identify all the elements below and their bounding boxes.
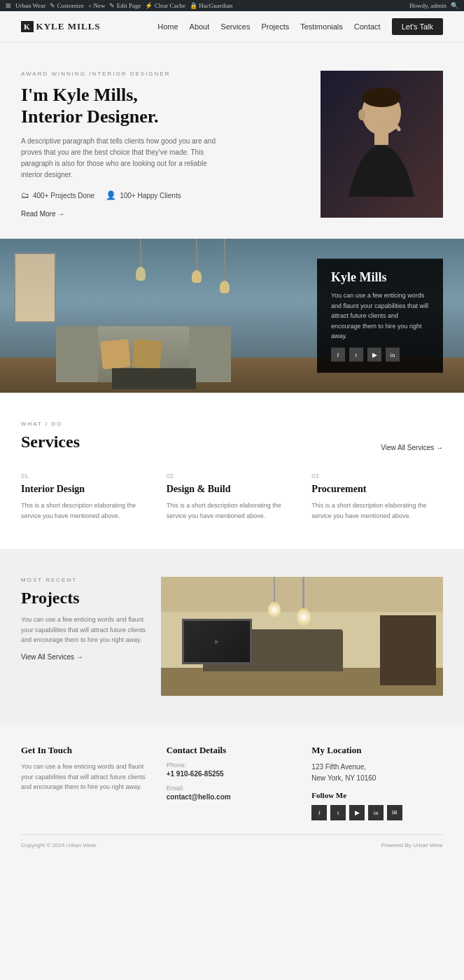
hero-stat-clients-text: 100+ Happy Clients [120, 192, 181, 200]
service-desc-3: This is a short description elaborating … [311, 500, 443, 521]
admin-new[interactable]: + New [88, 2, 105, 9]
nav-about[interactable]: About [190, 22, 210, 31]
cta-button[interactable]: Let's Talk [392, 18, 443, 35]
footer-phone-value: +1 910-626-85255 [167, 770, 298, 778]
social-twitter[interactable]: t [349, 348, 363, 362]
service-desc-1: This is a short description elaborating … [21, 500, 153, 521]
hero-readmore-link[interactable]: Read More → [21, 210, 217, 218]
footer-social-linkedin[interactable]: in [368, 805, 384, 820]
proj-pendant-light [302, 577, 304, 619]
footer-follow-title: Follow Me [311, 791, 443, 799]
logo-text: KYLE MILLS [36, 21, 101, 32]
svg-point-4 [362, 88, 401, 107]
projects-label: MOST RECENT [21, 577, 147, 583]
footer-col-details: Contact Details Phone: +1 910-626-85255 … [167, 745, 298, 820]
admin-urban-wear[interactable]: Urban Wear [15, 2, 45, 9]
admin-customize[interactable]: ✎ Customize [50, 2, 84, 9]
admin-cache[interactable]: ⚡ Clear Cache [145, 2, 185, 9]
footer-location-title: My Location [311, 745, 443, 756]
main-nav: Home About Services Projects Testimonial… [157, 18, 443, 35]
footer-bottom: Copyright © 2024 Urban Wear Powered By U… [21, 834, 443, 848]
proj-shelf [380, 615, 436, 685]
footer-address: 123 Fifth Avenue,New York, NY 10160 [311, 762, 443, 784]
services-label: WHAT I DO [21, 421, 443, 427]
service-name-1: Interior Design [21, 484, 153, 495]
service-item-3: 03. Procurement This is a short descript… [311, 472, 443, 521]
social-linkedin[interactable]: in [386, 348, 400, 362]
pendant-light-3 [224, 239, 225, 288]
hero-title: I'm Kyle Mills, Interior Designer. [21, 84, 217, 127]
nav-projects[interactable]: Projects [261, 22, 289, 31]
nav-contact[interactable]: Contact [354, 22, 381, 31]
social-youtube[interactable]: ▶ [367, 348, 381, 362]
wall-art [14, 253, 56, 323]
footer-col-contact: Get In Touch You can use a few enticing … [21, 745, 153, 820]
services-view-all[interactable]: View All Services → [381, 444, 443, 451]
hero-stat-projects: 🗂 400+ Projects Done [21, 190, 94, 200]
svg-rect-3 [374, 132, 388, 145]
copyright: Copyright © 2024 Urban Wear [21, 842, 97, 848]
footer-socials: f t ▶ in ✉ [311, 805, 443, 820]
hero-title-line1: I'm Kyle Mills, [21, 85, 138, 105]
hero-text: AWARD WINNING INTERIOR DESIGNER I'm Kyle… [21, 71, 217, 218]
svg-point-5 [358, 109, 365, 120]
admin-search-icon[interactable]: 🔍 [451, 2, 458, 9]
banner-description: You can use a few enticing words and fla… [331, 290, 429, 341]
hero-stat-clients: 👤 100+ Happy Clients [106, 190, 181, 200]
footer-phone-label: Phone: [167, 762, 298, 769]
service-name-2: Design & Build [167, 484, 298, 495]
site-header: K KYLE MILLS Home About Services Project… [0, 11, 464, 43]
projects-section: MOST RECENT Projects You can use a few e… [0, 549, 464, 724]
projects-text: MOST RECENT Projects You can use a few e… [21, 577, 147, 662]
footer-social-twitter[interactable]: t [330, 805, 346, 820]
footer-details-title: Contact Details [167, 745, 298, 756]
banner-overlay: Kyle Mills You can use a few enticing wo… [317, 259, 443, 373]
hero-stat-projects-text: 400+ Projects Done [33, 192, 94, 200]
projects-view-all[interactable]: View All Services → [21, 653, 83, 661]
logo-k: K [21, 21, 34, 32]
nav-services[interactable]: Services [220, 22, 250, 31]
banner-name: Kyle Mills [331, 270, 429, 285]
admin-guard[interactable]: 🔒 HacGuardian [190, 2, 232, 9]
footer-grid: Get In Touch You can use a few enticing … [21, 745, 443, 820]
services-title-row: Services View All Services → [21, 433, 443, 451]
admin-edit[interactable]: ✎ Edit Page [109, 2, 141, 9]
footer-contact-desc: You can use a few enticing words and fla… [21, 762, 153, 792]
nav-testimonials[interactable]: Testimonials [300, 22, 343, 31]
full-banner: Kyle Mills You can use a few enticing wo… [0, 239, 464, 393]
hero-stats: 🗂 400+ Projects Done 👤 100+ Happy Client… [21, 190, 217, 200]
footer-contact-title: Get In Touch [21, 745, 153, 756]
powered-by: Powered By Urban Wear [381, 842, 443, 848]
admin-bar-left: ⊞ Urban Wear ✎ Customize + New ✎ Edit Pa… [6, 2, 232, 9]
projects-image: ▶ [161, 577, 443, 696]
hero-label: AWARD WINNING INTERIOR DESIGNER [21, 71, 217, 77]
pendant-light-1 [140, 239, 141, 281]
proj-tv: ▶ [182, 619, 252, 664]
pendant-light-2 [196, 239, 197, 277]
hero-description: A descriptive paragraph that tells clien… [21, 136, 217, 181]
footer-email-label: Email: [167, 785, 298, 792]
proj-pendant-2 [274, 577, 275, 612]
admin-bar: ⊞ Urban Wear ✎ Customize + New ✎ Edit Pa… [0, 0, 464, 11]
hero-section: AWARD WINNING INTERIOR DESIGNER I'm Kyle… [0, 43, 464, 239]
service-desc-2: This is a short description elaborating … [167, 500, 298, 521]
service-item-1: 01. Interior Design This is a short desc… [21, 472, 153, 521]
nav-home[interactable]: Home [157, 22, 178, 31]
admin-wp-icon: ⊞ [6, 2, 11, 9]
admin-greeting: Howdy, admin [409, 2, 447, 9]
hero-image [321, 71, 443, 218]
projects-title: Projects [21, 589, 147, 608]
footer-email-value[interactable]: contact@hello.com [167, 793, 298, 801]
footer-col-location: My Location 123 Fifth Avenue,New York, N… [311, 745, 443, 820]
social-facebook[interactable]: f [331, 348, 345, 362]
footer-social-youtube[interactable]: ▶ [349, 805, 365, 820]
projects-icon: 🗂 [21, 190, 29, 200]
footer-social-facebook[interactable]: f [311, 805, 327, 820]
admin-bar-right: Howdy, admin 🔍 [409, 2, 458, 9]
service-name-3: Procurement [311, 484, 443, 495]
hero-title-line2: Interior Designer. [21, 106, 158, 127]
projects-description: You can use a few enticing words and fla… [21, 615, 147, 645]
footer-social-email[interactable]: ✉ [387, 805, 402, 820]
services-grid: 01. Interior Design This is a short desc… [21, 472, 443, 521]
services-title: Services [21, 433, 80, 451]
